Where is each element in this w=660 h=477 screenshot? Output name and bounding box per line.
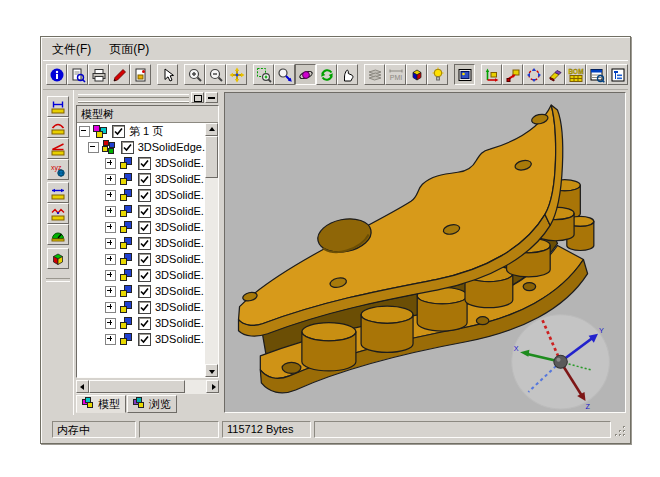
layers-button[interactable] (364, 64, 385, 85)
tree-root-row[interactable]: 第 1 页 (77, 123, 205, 139)
tree-part-row[interactable]: 3DSolidE. (77, 155, 205, 171)
checkbox[interactable] (138, 189, 151, 202)
checkbox[interactable] (138, 317, 151, 330)
tree-part-row[interactable]: 3DSolidE. (77, 331, 205, 347)
expand-icon[interactable] (105, 286, 116, 297)
panel-hide-button[interactable] (205, 92, 218, 103)
view-cube-button[interactable] (406, 64, 427, 85)
browse-tab-icon (133, 397, 147, 411)
checkbox[interactable] (121, 141, 134, 154)
zoom-fit-button[interactable] (226, 64, 247, 85)
expand-icon[interactable] (105, 318, 116, 329)
scroll-down-button[interactable] (205, 364, 218, 377)
viewport-3d[interactable]: X Y Z (224, 92, 626, 413)
expand-icon[interactable] (105, 302, 116, 313)
edit-markup-button[interactable] (109, 64, 130, 85)
checkbox[interactable] (138, 285, 151, 298)
tab-browse[interactable]: 浏览 (127, 395, 177, 413)
expand-icon[interactable] (105, 238, 116, 249)
scroll-right-button[interactable] (206, 380, 219, 393)
checkbox[interactable] (138, 157, 151, 170)
tab-model[interactable]: 模型 (76, 395, 126, 413)
dynamic-zoom-button[interactable] (274, 64, 295, 85)
menu-page[interactable]: 页面(P) (100, 39, 158, 60)
expand-icon[interactable] (105, 254, 116, 265)
checkbox[interactable] (138, 301, 151, 314)
checkbox[interactable] (138, 205, 151, 218)
scroll-left-button[interactable] (76, 380, 89, 393)
bom-button[interactable]: BOM (565, 64, 586, 85)
scrollbar-thumb[interactable] (89, 380, 185, 393)
rotate-part-button[interactable] (523, 64, 544, 85)
expand-icon[interactable] (105, 222, 116, 233)
collapse-icon[interactable] (88, 142, 99, 153)
print-preview-button[interactable] (67, 64, 88, 85)
expand-icon[interactable] (105, 174, 116, 185)
tree-part-row[interactable]: 3DSolidE. (77, 251, 205, 267)
print-button[interactable] (88, 64, 109, 85)
measure-arc-button[interactable] (47, 117, 69, 138)
tree-vertical-scrollbar[interactable] (205, 123, 218, 377)
panel-gripper[interactable] (76, 92, 219, 103)
select-button[interactable] (157, 64, 178, 85)
render-mode-button[interactable] (454, 64, 475, 85)
tree-part-row[interactable]: 3DSolidE. (77, 203, 205, 219)
gauge-button[interactable] (47, 224, 69, 245)
checkbox[interactable] (138, 333, 151, 346)
checkbox[interactable] (138, 237, 151, 250)
zoom-out-button[interactable] (205, 64, 226, 85)
expand-icon[interactable] (105, 206, 116, 217)
report-table-button[interactable] (586, 64, 607, 85)
expand-icon[interactable] (105, 190, 116, 201)
tree-part-row[interactable]: 3DSolidE. (77, 171, 205, 187)
expand-icon[interactable] (105, 158, 116, 169)
resize-grip[interactable] (614, 425, 627, 438)
section-erase-button[interactable] (544, 64, 565, 85)
pmi-button[interactable]: PMI (385, 64, 406, 85)
checkbox[interactable] (138, 221, 151, 234)
tree-assembly-row[interactable]: 3DSolidEdge. (77, 139, 205, 155)
tree-part-row[interactable]: 3DSolidE. (77, 283, 205, 299)
measure-curve-button[interactable] (47, 203, 69, 224)
tree-part-row[interactable]: 3DSolidE. (77, 299, 205, 315)
move-part-button[interactable] (502, 64, 523, 85)
tree-part-row[interactable]: 3DSolidE. (77, 315, 205, 331)
about-button[interactable] (46, 64, 67, 85)
orientation-trackball[interactable]: X Y Z (512, 315, 610, 411)
tree-part-row[interactable]: 3DSolidE. (77, 267, 205, 283)
part-icon (119, 204, 135, 218)
tree-horizontal-scrollbar[interactable] (76, 380, 219, 394)
checkbox[interactable] (138, 253, 151, 266)
expand-icon[interactable] (105, 334, 116, 345)
zoom-in-button[interactable] (184, 64, 205, 85)
scroll-up-button[interactable] (205, 123, 218, 136)
tree-part-row[interactable]: 3DSolidE. (77, 187, 205, 203)
refresh-button[interactable] (316, 64, 337, 85)
measure-distance-button[interactable] (47, 182, 69, 203)
collapse-icon[interactable] (79, 126, 90, 137)
panel-float-button[interactable] (191, 92, 204, 103)
checkbox[interactable] (138, 269, 151, 282)
checkbox[interactable] (112, 125, 125, 138)
tree-part-row[interactable]: 3DSolidE. (77, 219, 205, 235)
menu-file[interactable]: 文件(F) (43, 39, 100, 60)
axis-z-label: Z (586, 403, 591, 411)
status-bar: 内存中 115712 Bytes (43, 418, 628, 440)
lighting-button[interactable] (427, 64, 448, 85)
svg-text:PMI: PMI (389, 74, 402, 81)
snapshot-icon (133, 67, 149, 83)
checkbox[interactable] (138, 173, 151, 186)
structure-tree-button[interactable] (607, 64, 628, 85)
measure-angle-button[interactable] (47, 138, 69, 159)
coordinate-point-button[interactable]: xyz (47, 159, 69, 180)
measure-volume-button[interactable] (47, 248, 69, 269)
expand-icon[interactable] (105, 270, 116, 281)
measure-length-button[interactable] (47, 96, 69, 117)
tree-part-row[interactable]: 3DSolidE. (77, 235, 205, 251)
zoom-window-button[interactable] (253, 64, 274, 85)
rotate-view-button[interactable] (295, 64, 316, 85)
transform-button[interactable] (481, 64, 502, 85)
snapshot-button[interactable] (130, 64, 151, 85)
scrollbar-thumb[interactable] (205, 136, 218, 178)
pan-button[interactable] (337, 64, 358, 85)
